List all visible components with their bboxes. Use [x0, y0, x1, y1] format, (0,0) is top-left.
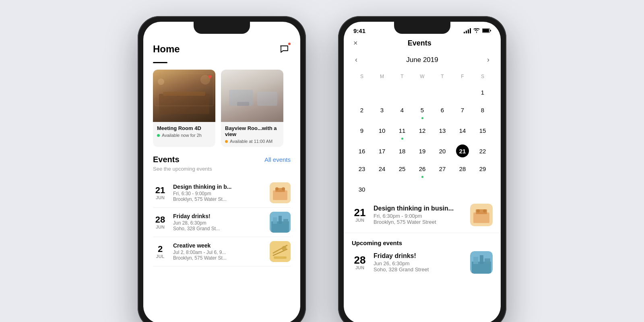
calendar-date[interactable]: 2: [352, 102, 372, 121]
event-thumbnail: [270, 212, 291, 233]
wifi-icon: [473, 28, 480, 34]
upcoming-event-item[interactable]: 28 JUN Friday drinks! Jun 26, 6:30pm Soh…: [352, 251, 493, 274]
svg-rect-0: [159, 94, 209, 114]
calendar-date[interactable]: 13: [432, 122, 452, 141]
room-image-2: [221, 70, 283, 122]
event-item[interactable]: 28 JUN Friday drinks! Jun 28, 6:30pm Soh…: [153, 208, 291, 237]
selected-event-detail: 21 JUN Design thinking in busin... Fri, …: [344, 204, 501, 233]
calendar-date[interactable]: 22: [473, 143, 493, 159]
calendar-date[interactable]: 18: [392, 143, 412, 159]
calendar-title: Events: [408, 39, 431, 47]
svg-point-13: [282, 187, 285, 190]
calendar-date[interactable]: 14: [452, 122, 473, 141]
events-title: Events: [153, 155, 180, 164]
event-date: 2 JUL: [153, 244, 167, 259]
calendar-date[interactable]: 23: [352, 161, 372, 180]
calendar-event-item[interactable]: 21 JUN Design thinking in busin... Fri, …: [352, 204, 493, 226]
calendar-header: × Events: [344, 36, 501, 54]
event-date: 28 JUN: [153, 215, 167, 229]
event-item[interactable]: 21 JUN Design thinking in b... Fri, 6:30…: [153, 178, 291, 208]
calendar-date[interactable]: 8: [473, 102, 493, 121]
svg-point-22: [282, 246, 287, 251]
calendar-date[interactable]: 10: [372, 122, 392, 141]
status-icons: [464, 28, 491, 34]
event-item[interactable]: 2 JUL Creative week Jul 2, 8:00am - Jul …: [153, 237, 291, 266]
calendar-date: [352, 84, 372, 100]
svg-rect-27: [490, 30, 491, 31]
calendar-date[interactable]: 5: [412, 102, 432, 121]
calendar-date[interactable]: 12: [412, 122, 432, 141]
battery-icon: [482, 28, 491, 34]
page-title: Home: [153, 43, 180, 55]
room-card[interactable]: Bayview Roo...with a view Available at 1…: [221, 70, 283, 147]
calendar-date[interactable]: 26: [412, 161, 432, 180]
event-thumbnail: [270, 241, 291, 262]
right-phone: 9:41 ×: [338, 16, 506, 322]
svg-rect-35: [473, 257, 478, 264]
calendar-date[interactable]: 28: [452, 161, 473, 180]
calendar-date[interactable]: 25: [392, 161, 412, 180]
svg-rect-18: [283, 219, 288, 224]
calendar-date[interactable]: 29: [473, 161, 493, 180]
event-details: Design thinking in b... Fri, 6:30 - 9:00…: [173, 184, 264, 202]
svg-rect-37: [485, 258, 490, 264]
calendar-date[interactable]: 24: [372, 161, 392, 180]
left-phone: Home: [138, 16, 306, 322]
calendar-date[interactable]: 4: [392, 102, 412, 121]
svg-rect-19: [270, 241, 291, 262]
rooms-scroll: ♥ Meeting Room 4D Available now for 2h: [143, 70, 300, 155]
calendar-date[interactable]: 6: [432, 102, 452, 121]
calendar-date[interactable]: 21: [452, 143, 473, 159]
calendar-date[interactable]: 27: [432, 161, 452, 180]
room-card[interactable]: ♥ Meeting Room 4D Available now for 2h: [153, 70, 215, 147]
close-button[interactable]: ×: [353, 39, 358, 47]
calendar-dates: 1234567891011121314151617181920212223242…: [352, 84, 493, 197]
svg-point-32: [483, 209, 486, 213]
calendar-date[interactable]: 3: [372, 102, 392, 121]
notification-dot: [287, 42, 291, 46]
calendar-date[interactable]: 11: [392, 122, 412, 141]
favorite-icon: ♥: [208, 73, 212, 81]
month-navigation: ‹ June 2019 ›: [352, 54, 493, 66]
phone-notch: [194, 22, 250, 34]
event-details: Friday drinks! Jun 28, 6:30pm Soho, 328 …: [173, 213, 264, 231]
svg-rect-26: [483, 29, 489, 32]
calendar-date[interactable]: 19: [412, 143, 432, 159]
event-date-block: 21 JUN: [352, 207, 368, 223]
calendar-date[interactable]: 15: [473, 122, 493, 141]
upcoming-event-info: Friday drinks! Jun 26, 6:30pm Soho, 328 …: [374, 252, 464, 272]
room-image-1: ♥: [153, 70, 215, 122]
calendar-date[interactable]: 1: [473, 84, 493, 100]
chat-button[interactable]: [278, 43, 291, 56]
status-time: 9:41: [353, 27, 365, 34]
event-dot: [421, 117, 423, 119]
calendar-date: [452, 84, 473, 100]
svg-point-24: [476, 32, 477, 33]
calendar-date[interactable]: 7: [452, 102, 473, 121]
calendar-date[interactable]: 20: [432, 143, 452, 159]
all-events-link[interactable]: All events: [264, 156, 291, 163]
event-dot: [401, 138, 403, 140]
svg-rect-36: [480, 255, 483, 264]
header-divider: [153, 62, 167, 63]
calendar-date[interactable]: 17: [372, 143, 392, 159]
event-thumbnail: [270, 182, 291, 203]
event-details: Creative week Jul 2, 8:00am - Jul 6, 9..…: [173, 242, 264, 261]
calendar-date[interactable]: 16: [352, 143, 372, 159]
upcoming-date-block: 28 JUN: [352, 255, 368, 270]
calendar-date[interactable]: 9: [352, 122, 372, 141]
svg-rect-17: [279, 216, 282, 224]
month-year-label: June 2019: [406, 56, 438, 64]
app-header: Home: [143, 39, 300, 62]
svg-point-31: [477, 209, 480, 213]
prev-month-button[interactable]: ‹: [352, 54, 361, 66]
next-month-button[interactable]: ›: [484, 54, 493, 66]
calendar-date: [372, 84, 392, 100]
room-availability: Available at 11:00 AM: [225, 139, 279, 144]
svg-rect-16: [273, 217, 277, 224]
upcoming-event-thumbnail: [470, 251, 493, 274]
calendar-date[interactable]: 30: [352, 181, 372, 197]
svg-point-3: [158, 78, 164, 85]
availability-dot: [225, 140, 228, 143]
room-name: Meeting Room 4D: [157, 125, 211, 131]
